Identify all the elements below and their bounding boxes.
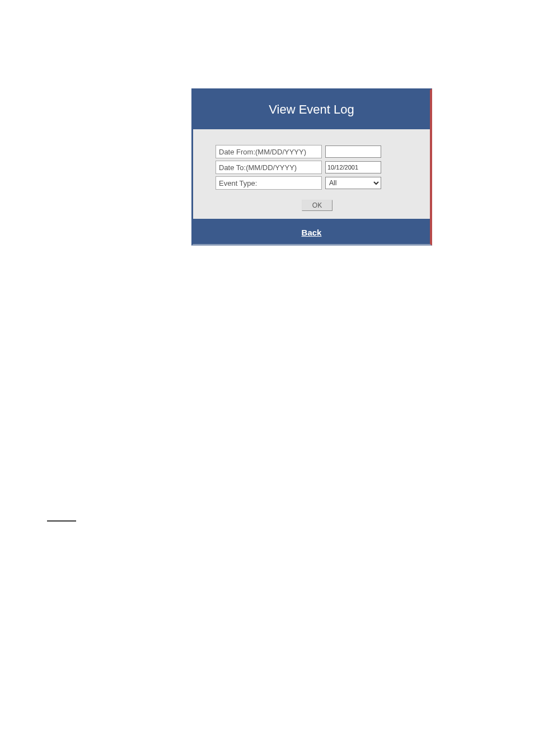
ok-button[interactable]: OK: [302, 200, 332, 211]
ok-row: OK: [216, 200, 419, 211]
event-type-label: Event Type:: [216, 176, 322, 190]
date-to-label: Date To:(MM/DD/YYYY): [216, 161, 322, 174]
decorative-underline: [47, 520, 76, 522]
event-type-select[interactable]: All: [325, 177, 381, 189]
date-to-input[interactable]: [325, 161, 381, 173]
date-from-input[interactable]: [325, 145, 381, 158]
date-from-row: Date From:(MM/DD/YYYY): [216, 145, 419, 158]
dialog-title: View Event Log: [193, 90, 430, 129]
dialog-body: Date From:(MM/DD/YYYY) Date To:(MM/DD/YY…: [193, 129, 430, 219]
event-type-row: Event Type: All: [216, 176, 419, 190]
view-event-log-dialog: View Event Log Date From:(MM/DD/YYYY) Da…: [191, 88, 432, 246]
date-from-label: Date From:(MM/DD/YYYY): [216, 145, 322, 158]
back-link[interactable]: Back: [302, 228, 322, 237]
date-to-row: Date To:(MM/DD/YYYY): [216, 161, 419, 174]
dialog-footer: Back: [193, 219, 430, 244]
